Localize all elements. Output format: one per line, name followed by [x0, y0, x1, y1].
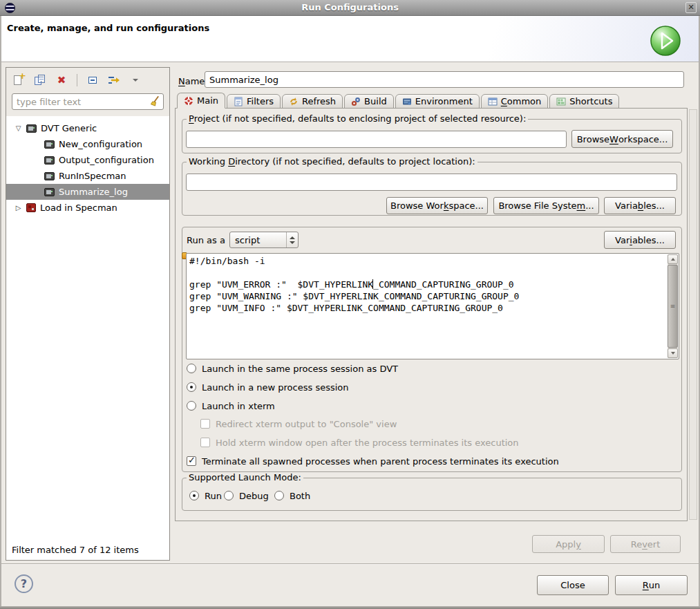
run-as-variables-button[interactable]: Variables...	[604, 231, 676, 249]
tree-item-label: Output_configuration	[59, 155, 154, 165]
radio-launch-in-xterm[interactable]: Launch in xterm	[187, 400, 275, 411]
checkbox-label: Redirect xterm output to "Console" view	[216, 419, 397, 429]
wd-variables-button[interactable]: Variables...	[604, 197, 676, 214]
tab-label: Filters	[247, 96, 274, 106]
script-editor[interactable]: #!/bin/bash -i grep "UVM_ERROR :" $DVT_H…	[186, 253, 679, 359]
launch-config-icon	[44, 140, 55, 149]
tab-filters[interactable]: Filters	[227, 94, 281, 109]
tab-label: Build	[364, 96, 387, 106]
button-bar-separator	[0, 563, 700, 565]
expander-collapsed-icon[interactable]: ▷	[14, 204, 23, 212]
run-as-label: Run as a	[187, 235, 225, 245]
help-button[interactable]: ?	[15, 574, 33, 593]
checkbox-hold-xterm-open: Hold xterm window open after the process…	[200, 437, 519, 448]
radio-mode-debug[interactable]: Debug	[224, 490, 269, 501]
collapse-all-icon[interactable]	[86, 74, 99, 86]
common-tab-icon	[488, 97, 498, 106]
arrow-up-icon	[671, 258, 675, 261]
clear-filter-broom-icon[interactable]	[150, 96, 160, 106]
working-directory-group-label: Working Directory (if not specified, def…	[187, 156, 477, 167]
tree-item-runinspecman[interactable]: RunInSpecman	[6, 168, 169, 184]
revert-button[interactable]: Revert	[610, 535, 681, 553]
tab-refresh[interactable]: Refresh	[282, 94, 343, 109]
wd-browse-workspace-button[interactable]: Browse Workspace...	[386, 197, 488, 214]
launch-config-type-icon	[26, 124, 37, 133]
text-caret	[372, 279, 373, 289]
run-wizard-icon	[649, 24, 682, 57]
project-input[interactable]	[186, 131, 567, 148]
radio-mode-run[interactable]: Run	[189, 490, 222, 501]
window-frame-bottom	[0, 606, 700, 609]
new-configuration-icon[interactable]: +	[12, 74, 25, 86]
build-tab-icon	[351, 97, 361, 106]
radio-same-process-session[interactable]: Launch in the same process session as DV…	[187, 363, 398, 374]
radio-checked-icon	[189, 491, 199, 500]
filter-configurations-icon[interactable]	[108, 74, 120, 86]
close-button[interactable]: Close	[537, 575, 609, 595]
run-configurations-dialog: Run Configurations ✕ Create, manage, and…	[0, 0, 700, 609]
filters-tab-icon	[234, 97, 243, 106]
main-tab-panel: Project (if not specified, defaults to e…	[175, 108, 688, 521]
wd-browse-file-system-button[interactable]: Browse File System...	[493, 197, 599, 214]
plus-icon: +	[19, 71, 26, 81]
config-tab-bar: Main Filters Refresh Build	[177, 93, 621, 109]
chevron-down-icon	[133, 79, 138, 82]
radio-icon	[187, 364, 196, 373]
run-as-combo-value: script	[230, 232, 286, 247]
name-input[interactable]	[205, 71, 684, 88]
checkbox-label: Terminate all spawned processes when par…	[202, 456, 559, 467]
tab-main[interactable]: Main	[177, 93, 225, 109]
window-close-button[interactable]: ✕	[685, 2, 697, 13]
tree-item-output-configuration[interactable]: Output_configuration	[6, 152, 169, 168]
tab-common[interactable]: Common	[481, 94, 549, 109]
toolbar-overflow-icon[interactable]	[129, 74, 142, 86]
tree-item-dvt-generic[interactable]: ▽ DVT Generic	[6, 120, 169, 136]
project-group-label: Project (if not specified, defaults to e…	[187, 113, 528, 124]
tree-item-new-configuration[interactable]: New_configuration	[6, 136, 169, 152]
tree-item-summarize-log[interactable]: Summarize_log	[6, 184, 169, 200]
arrow-down-icon	[671, 352, 675, 355]
tab-build[interactable]: Build	[344, 94, 394, 109]
working-directory-group: Working Directory (if not specified, def…	[182, 162, 682, 216]
filter-input[interactable]	[12, 93, 164, 110]
scrollbar-thumb[interactable]: ≡	[668, 265, 678, 348]
radio-label: Launch in a new process session	[202, 382, 349, 393]
checkbox-icon	[200, 419, 210, 429]
shortcuts-tab-icon	[556, 97, 566, 106]
main-tab-icon	[184, 96, 193, 106]
configurations-tree: ▽ DVT Generic New_configuration Output_c…	[6, 116, 169, 560]
collapse-box-icon	[88, 77, 97, 84]
script-content[interactable]: #!/bin/bash -i grep "UVM_ERROR :" $DVT_H…	[189, 255, 665, 357]
apply-button[interactable]: Apply	[532, 535, 605, 553]
tab-shortcuts[interactable]: Shortcuts	[549, 94, 619, 109]
radio-mode-both[interactable]: Both	[274, 490, 310, 501]
tree-item-label: Summarize_log	[59, 187, 128, 197]
title-bar: Run Configurations ✕	[0, 0, 700, 16]
expander-expanded-icon[interactable]: ▽	[14, 124, 23, 132]
radio-new-process-session[interactable]: Launch in a new process session	[187, 382, 349, 393]
checkbox-terminate-spawned-processes[interactable]: Terminate all spawned processes when par…	[187, 456, 559, 467]
run-button[interactable]: Run	[615, 575, 688, 595]
delete-configuration-icon[interactable]: ✖	[55, 74, 68, 86]
working-directory-input[interactable]	[186, 174, 677, 191]
configurations-sidebar: + ✖	[6, 67, 170, 561]
scrollbar-down-button[interactable]	[668, 348, 678, 358]
tab-environment[interactable]: Environment	[395, 94, 480, 109]
refresh-tab-icon	[289, 97, 299, 106]
scrollbar-up-button[interactable]	[668, 254, 678, 264]
radio-label: Run	[205, 491, 222, 501]
run-as-combo[interactable]: script	[229, 232, 299, 248]
duplicate-configuration-icon[interactable]	[34, 74, 46, 86]
window-title: Run Configurations	[0, 2, 700, 12]
project-browse-workspace-button[interactable]: Browse Workspace...	[571, 130, 673, 148]
tree-item-load-in-specman[interactable]: ▷ Load in Specman	[6, 200, 169, 216]
launch-config-icon	[44, 188, 55, 196]
name-label: Name:	[178, 76, 208, 86]
checkbox-checked-icon	[187, 456, 196, 466]
filter-arrows-icon	[108, 75, 120, 85]
dialog-banner: Create, manage, and run configurations	[0, 16, 700, 62]
script-scrollbar[interactable]: ≡	[668, 254, 678, 358]
radio-label: Launch in xterm	[202, 401, 275, 411]
radio-label: Both	[290, 491, 310, 501]
panel-scrollbar-track[interactable]	[689, 109, 697, 520]
